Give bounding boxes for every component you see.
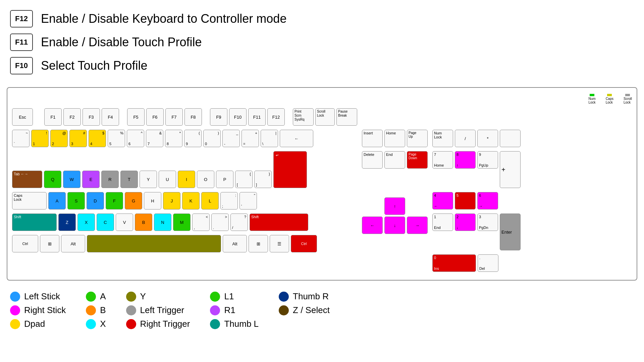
key-f10[interactable]: F10 — [229, 108, 247, 126]
key-rshift[interactable]: Shift — [250, 214, 308, 231]
key-t[interactable]: T — [120, 171, 138, 188]
key-rctrl[interactable]: Ctrl — [291, 235, 317, 252]
key-m[interactable]: M — [173, 214, 191, 231]
key-f11[interactable]: F11 — [248, 108, 266, 126]
key-home[interactable]: Home — [384, 130, 405, 147]
key-f3[interactable]: F3 — [83, 108, 100, 126]
key-semicolon[interactable]: :; — [220, 192, 238, 209]
key-scroll-lock[interactable]: ScrollLock — [315, 108, 335, 126]
key-rwin[interactable]: ⊞ — [249, 235, 268, 252]
key-f9[interactable]: F9 — [210, 108, 227, 126]
key-num-7[interactable]: 7Home — [432, 151, 453, 169]
key-backtick[interactable]: ~` — [12, 130, 30, 147]
key-page-up[interactable]: PageUp — [407, 130, 428, 147]
key-x[interactable]: X — [77, 214, 95, 231]
key-num-2[interactable]: 2↓ — [455, 214, 476, 231]
key-l[interactable]: L — [201, 192, 219, 209]
key-period[interactable]: >. — [211, 214, 229, 231]
key-c[interactable]: C — [97, 214, 114, 231]
key-r[interactable]: R — [101, 171, 119, 188]
key-pipe[interactable]: |\ — [261, 130, 278, 147]
key-end[interactable]: End — [384, 151, 405, 169]
key-num-lock[interactable]: NumLock — [432, 130, 453, 147]
key-h[interactable]: H — [144, 192, 161, 209]
key-enter[interactable]: ↵ — [273, 151, 307, 188]
key-left[interactable]: ← — [362, 217, 383, 234]
key-s[interactable]: S — [67, 192, 85, 209]
key-y[interactable]: Y — [140, 171, 157, 188]
key-quote[interactable]: "' — [239, 192, 257, 209]
key-ralt[interactable]: Alt — [223, 235, 247, 252]
key-0[interactable]: )0 — [203, 130, 221, 147]
key-delete[interactable]: Delete — [362, 151, 383, 169]
key-v[interactable]: V — [116, 214, 133, 231]
key-num-0[interactable]: 0Ins — [432, 254, 476, 272]
key-num-4[interactable]: 4← — [432, 192, 453, 209]
key-6[interactable]: ^6 — [127, 130, 144, 147]
key-f8[interactable]: F8 — [184, 108, 202, 126]
key-num-enter[interactable]: Enter — [500, 214, 521, 250]
key-page-down[interactable]: PageDown — [407, 151, 428, 169]
key-num-6[interactable]: 6→ — [477, 192, 498, 209]
key-space[interactable] — [87, 235, 221, 252]
key-o[interactable]: O — [197, 171, 214, 188]
key-num-1[interactable]: 1End — [432, 214, 453, 231]
key-print-screen[interactable]: PrintScrnSysRq — [293, 108, 314, 126]
key-a[interactable]: A — [48, 192, 66, 209]
key-k[interactable]: K — [182, 192, 200, 209]
key-num-9[interactable]: 9PgUp — [477, 151, 498, 169]
key-slash[interactable]: ?/ — [230, 214, 248, 231]
key-i[interactable]: I — [178, 171, 195, 188]
key-7[interactable]: &7 — [146, 130, 163, 147]
key-2[interactable]: @2 — [50, 130, 68, 147]
key-5[interactable]: %5 — [108, 130, 125, 147]
key-z[interactable]: Z — [58, 214, 76, 231]
key-b[interactable]: B — [135, 214, 152, 231]
key-3[interactable]: #3 — [69, 130, 87, 147]
key-num-plus[interactable]: + — [500, 151, 521, 188]
key-num-3[interactable]: 3PgDn — [477, 214, 498, 231]
key-lalt[interactable]: Alt — [61, 235, 85, 252]
key-esc[interactable]: Esc — [12, 108, 33, 126]
key-comma[interactable]: <, — [192, 214, 210, 231]
key-caps-lock[interactable]: CapsLock — [12, 192, 47, 209]
key-right[interactable]: → — [407, 217, 428, 234]
key-f5[interactable]: F5 — [127, 108, 145, 126]
key-lshift[interactable]: Shift — [12, 214, 57, 231]
key-num-slash[interactable]: / — [455, 130, 476, 147]
key-num-minus[interactable] — [500, 130, 521, 147]
key-f[interactable]: F — [106, 192, 123, 209]
key-j[interactable]: J — [163, 192, 180, 209]
key-num-star[interactable]: * — [477, 130, 498, 147]
key-lbracket[interactable]: {[ — [235, 171, 253, 188]
key-q[interactable]: Q — [44, 171, 61, 188]
key-9[interactable]: (9 — [184, 130, 202, 147]
key-f4[interactable]: F4 — [102, 108, 119, 126]
key-down[interactable]: ↓ — [384, 217, 405, 234]
key-insert[interactable]: Insert — [362, 130, 383, 147]
key-f1[interactable]: F1 — [44, 108, 62, 126]
key-d[interactable]: D — [87, 192, 104, 209]
key-lwin[interactable]: ⊞ — [40, 235, 59, 252]
key-f12[interactable]: F12 — [267, 108, 285, 126]
key-8[interactable]: *8 — [165, 130, 182, 147]
key-4[interactable]: $4 — [89, 130, 106, 147]
key-1[interactable]: !1 — [31, 130, 49, 147]
key-p[interactable]: P — [216, 171, 233, 188]
key-n[interactable]: N — [154, 214, 171, 231]
key-num-5[interactable]: 5 — [455, 192, 476, 209]
key-up[interactable]: ↑ — [384, 197, 405, 215]
key-f6[interactable]: F6 — [146, 108, 164, 126]
key-u[interactable]: U — [159, 171, 176, 188]
key-g[interactable]: G — [125, 192, 142, 209]
key-rbracket[interactable]: }] — [254, 171, 272, 188]
key-pause-break[interactable]: PauseBreak — [336, 108, 357, 126]
key-w[interactable]: W — [63, 171, 80, 188]
key-e[interactable]: E — [82, 171, 100, 188]
key-f2[interactable]: F2 — [63, 108, 81, 126]
key-menu[interactable]: ☰ — [270, 235, 289, 252]
key-num-8[interactable]: 8↑ — [455, 151, 476, 169]
key-minus[interactable]: _- — [222, 130, 240, 147]
key-backspace[interactable]: ← — [280, 130, 313, 147]
key-lctrl[interactable]: Ctrl — [12, 235, 38, 252]
